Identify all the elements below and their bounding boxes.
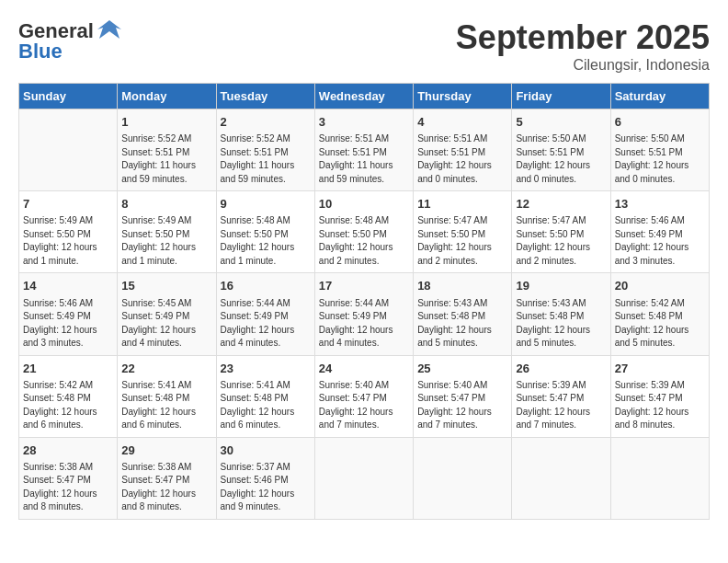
cell-content: Sunrise: 5:47 AMSunset: 5:50 PMDaylight:… [516, 214, 606, 268]
cell-content: Sunrise: 5:48 AMSunset: 5:50 PMDaylight:… [221, 214, 311, 268]
calendar-cell: 13Sunrise: 5:46 AMSunset: 5:49 PMDayligh… [610, 191, 709, 273]
svg-marker-0 [97, 20, 121, 39]
page-subtitle: Cileungsir, Indonesia [456, 57, 710, 74]
title-block: September 2025 Cileungsir, Indonesia [456, 18, 710, 74]
calendar-cell: 28Sunrise: 5:38 AMSunset: 5:47 PMDayligh… [19, 437, 118, 519]
calendar-cell: 6Sunrise: 5:50 AMSunset: 5:51 PMDaylight… [610, 109, 709, 191]
header-sunday: Sunday [19, 84, 118, 109]
calendar-week-row: 21Sunrise: 5:42 AMSunset: 5:48 PMDayligh… [19, 355, 710, 437]
cell-content: Sunrise: 5:38 AMSunset: 5:47 PMDaylight:… [121, 461, 211, 514]
calendar-cell: 9Sunrise: 5:48 AMSunset: 5:50 PMDaylight… [216, 191, 314, 273]
cell-content: Sunrise: 5:51 AMSunset: 5:51 PMDaylight:… [319, 132, 409, 186]
cell-content: Sunrise: 5:41 AMSunset: 5:48 PMDaylight:… [221, 379, 311, 432]
day-number: 17 [319, 278, 409, 294]
day-number: 24 [319, 361, 409, 377]
cell-content: Sunrise: 5:46 AMSunset: 5:49 PMDaylight:… [615, 214, 705, 268]
cell-content: Sunrise: 5:48 AMSunset: 5:50 PMDaylight:… [319, 214, 409, 268]
day-number: 30 [221, 442, 311, 459]
header-friday: Friday [512, 84, 610, 109]
page-header: General Blue September 2025 Cileungsir, … [18, 18, 710, 74]
calendar-cell: 16Sunrise: 5:44 AMSunset: 5:49 PMDayligh… [216, 273, 314, 355]
logo: General Blue [18, 18, 123, 63]
cell-content: Sunrise: 5:44 AMSunset: 5:49 PMDaylight:… [221, 297, 311, 350]
day-number: 21 [23, 361, 113, 377]
day-number: 1 [121, 114, 211, 131]
cell-content: Sunrise: 5:49 AMSunset: 5:50 PMDaylight:… [23, 214, 113, 268]
day-number: 15 [121, 278, 211, 294]
calendar-header-row: SundayMondayTuesdayWednesdayThursdayFrid… [19, 84, 710, 109]
day-number: 8 [121, 196, 211, 213]
day-number: 14 [23, 278, 113, 294]
header-wednesday: Wednesday [314, 84, 413, 109]
calendar-cell [610, 437, 709, 519]
cell-content: Sunrise: 5:51 AMSunset: 5:51 PMDaylight:… [417, 132, 507, 186]
cell-content: Sunrise: 5:52 AMSunset: 5:51 PMDaylight:… [221, 132, 311, 186]
calendar-cell: 19Sunrise: 5:43 AMSunset: 5:48 PMDayligh… [512, 273, 610, 355]
day-number: 7 [23, 196, 113, 213]
cell-content: Sunrise: 5:45 AMSunset: 5:49 PMDaylight:… [121, 297, 211, 350]
day-number: 6 [615, 114, 705, 131]
cell-content: Sunrise: 5:50 AMSunset: 5:51 PMDaylight:… [615, 132, 705, 186]
calendar-cell [314, 437, 413, 519]
calendar-cell: 26Sunrise: 5:39 AMSunset: 5:47 PMDayligh… [512, 355, 610, 437]
calendar-cell: 27Sunrise: 5:39 AMSunset: 5:47 PMDayligh… [610, 355, 709, 437]
day-number: 25 [417, 361, 507, 377]
day-number: 22 [121, 361, 211, 377]
cell-content: Sunrise: 5:52 AMSunset: 5:51 PMDaylight:… [121, 132, 211, 186]
day-number: 29 [121, 442, 211, 459]
cell-content: Sunrise: 5:50 AMSunset: 5:51 PMDaylight:… [516, 132, 606, 186]
day-number: 12 [516, 196, 606, 213]
header-monday: Monday [118, 84, 216, 109]
day-number: 20 [615, 278, 705, 294]
calendar-cell: 3Sunrise: 5:51 AMSunset: 5:51 PMDaylight… [314, 109, 413, 191]
cell-content: Sunrise: 5:43 AMSunset: 5:48 PMDaylight:… [516, 297, 606, 350]
calendar-cell: 1Sunrise: 5:52 AMSunset: 5:51 PMDaylight… [118, 109, 216, 191]
header-thursday: Thursday [414, 84, 512, 109]
cell-content: Sunrise: 5:42 AMSunset: 5:48 PMDaylight:… [23, 379, 113, 432]
calendar-cell: 22Sunrise: 5:41 AMSunset: 5:48 PMDayligh… [118, 355, 216, 437]
calendar-cell [19, 109, 118, 191]
cell-content: Sunrise: 5:40 AMSunset: 5:47 PMDaylight:… [319, 379, 409, 432]
calendar-cell: 25Sunrise: 5:40 AMSunset: 5:47 PMDayligh… [414, 355, 512, 437]
cell-content: Sunrise: 5:49 AMSunset: 5:50 PMDaylight:… [121, 214, 211, 268]
cell-content: Sunrise: 5:46 AMSunset: 5:49 PMDaylight:… [23, 297, 113, 350]
day-number: 28 [23, 442, 113, 459]
calendar-cell: 10Sunrise: 5:48 AMSunset: 5:50 PMDayligh… [314, 191, 413, 273]
calendar-week-row: 14Sunrise: 5:46 AMSunset: 5:49 PMDayligh… [19, 273, 710, 355]
calendar-cell: 29Sunrise: 5:38 AMSunset: 5:47 PMDayligh… [118, 437, 216, 519]
day-number: 4 [417, 114, 507, 131]
day-number: 10 [319, 196, 409, 213]
cell-content: Sunrise: 5:43 AMSunset: 5:48 PMDaylight:… [417, 297, 507, 350]
cell-content: Sunrise: 5:42 AMSunset: 5:48 PMDaylight:… [615, 297, 705, 350]
calendar-cell [414, 437, 512, 519]
calendar-week-row: 1Sunrise: 5:52 AMSunset: 5:51 PMDaylight… [19, 109, 710, 191]
cell-content: Sunrise: 5:39 AMSunset: 5:47 PMDaylight:… [615, 379, 705, 432]
calendar-cell: 11Sunrise: 5:47 AMSunset: 5:50 PMDayligh… [414, 191, 512, 273]
day-number: 26 [516, 361, 606, 377]
calendar-cell: 7Sunrise: 5:49 AMSunset: 5:50 PMDaylight… [19, 191, 118, 273]
day-number: 9 [221, 196, 311, 213]
cell-content: Sunrise: 5:39 AMSunset: 5:47 PMDaylight:… [516, 379, 606, 432]
day-number: 23 [221, 361, 311, 377]
day-number: 3 [319, 114, 409, 131]
page-title: September 2025 [456, 18, 710, 57]
logo-bird-icon [96, 18, 123, 44]
calendar-cell: 21Sunrise: 5:42 AMSunset: 5:48 PMDayligh… [19, 355, 118, 437]
calendar-cell: 5Sunrise: 5:50 AMSunset: 5:51 PMDaylight… [512, 109, 610, 191]
calendar-cell: 20Sunrise: 5:42 AMSunset: 5:48 PMDayligh… [610, 273, 709, 355]
header-tuesday: Tuesday [216, 84, 314, 109]
calendar-cell: 14Sunrise: 5:46 AMSunset: 5:49 PMDayligh… [19, 273, 118, 355]
calendar-cell: 24Sunrise: 5:40 AMSunset: 5:47 PMDayligh… [314, 355, 413, 437]
day-number: 13 [615, 196, 705, 213]
day-number: 18 [417, 278, 507, 294]
cell-content: Sunrise: 5:37 AMSunset: 5:46 PMDaylight:… [221, 461, 311, 514]
cell-content: Sunrise: 5:40 AMSunset: 5:47 PMDaylight:… [417, 379, 507, 432]
day-number: 19 [516, 278, 606, 294]
calendar-cell: 2Sunrise: 5:52 AMSunset: 5:51 PMDaylight… [216, 109, 314, 191]
cell-content: Sunrise: 5:47 AMSunset: 5:50 PMDaylight:… [417, 214, 507, 268]
header-saturday: Saturday [610, 84, 709, 109]
calendar-cell: 8Sunrise: 5:49 AMSunset: 5:50 PMDaylight… [118, 191, 216, 273]
calendar-week-row: 7Sunrise: 5:49 AMSunset: 5:50 PMDaylight… [19, 191, 710, 273]
day-number: 11 [417, 196, 507, 213]
calendar-cell: 23Sunrise: 5:41 AMSunset: 5:48 PMDayligh… [216, 355, 314, 437]
